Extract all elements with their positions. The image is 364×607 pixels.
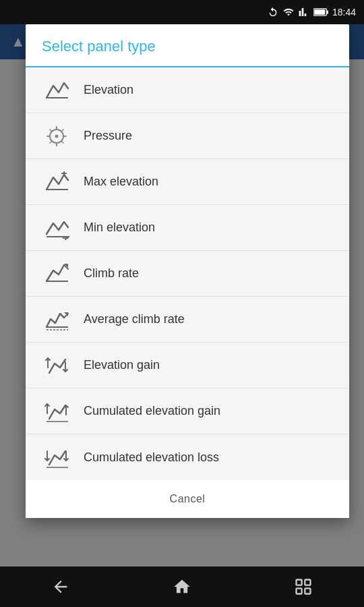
svg-rect-36 (297, 580, 302, 585)
list-item-climb-rate[interactable]: Climb rate (26, 251, 349, 297)
elevation-gain-icon (42, 351, 71, 380)
climb-rate-icon (42, 259, 71, 289)
svg-line-10 (50, 129, 52, 132)
list-item-elevation-label: Elevation (84, 83, 133, 97)
back-button[interactable] (40, 572, 81, 602)
svg-rect-38 (297, 588, 302, 594)
list-item-elevation[interactable]: Elevation (26, 67, 349, 113)
home-button[interactable] (162, 572, 202, 602)
list-item-min-elevation-label: Min elevation (84, 221, 155, 235)
dialog-list: Elevation Pressure (26, 67, 349, 480)
pressure-icon (42, 121, 71, 151)
cum-elevation-gain-icon (42, 397, 71, 426)
list-item-cum-elevation-loss[interactable]: Cumulated elevation loss (26, 434, 349, 480)
dialog: Select panel type Elevation (26, 24, 349, 518)
svg-line-12 (61, 129, 63, 132)
list-item-pressure[interactable]: Pressure (26, 113, 349, 159)
cancel-label: Cancel (170, 493, 206, 505)
avg-climb-rate-icon (42, 305, 71, 335)
list-item-min-elevation[interactable]: Min elevation (26, 205, 349, 251)
recents-icon (294, 577, 313, 596)
list-item-climb-rate-label: Climb rate (84, 266, 139, 281)
cum-elevation-loss-icon (42, 442, 71, 472)
svg-rect-39 (305, 588, 310, 594)
list-item-avg-climb-rate-label: Average climb rate (84, 312, 185, 326)
back-icon (51, 577, 70, 596)
elevation-icon (42, 76, 71, 105)
max-elevation-icon (42, 167, 71, 197)
dialog-title: Select panel type (26, 24, 349, 67)
svg-line-11 (61, 141, 63, 143)
list-item-max-elevation-label: Max elevation (84, 175, 158, 189)
svg-line-13 (50, 141, 52, 143)
status-bar: 18:44 (0, 0, 364, 24)
list-item-avg-climb-rate[interactable]: Average climb rate (26, 297, 349, 343)
recents-button[interactable] (283, 572, 324, 602)
svg-rect-2 (314, 9, 325, 15)
svg-point-5 (55, 134, 59, 138)
list-item-cum-elevation-gain[interactable]: Cumulated elevation gain (26, 388, 349, 434)
signal-icon (299, 7, 309, 18)
svg-rect-37 (305, 580, 310, 585)
min-elevation-icon (42, 213, 71, 243)
wifi-icon (282, 7, 295, 18)
list-item-cum-elevation-loss-label: Cumulated elevation loss (84, 451, 219, 465)
list-item-pressure-label: Pressure (84, 129, 132, 143)
status-icons: 18:44 (268, 7, 356, 18)
list-item-max-elevation[interactable]: Max elevation (26, 159, 349, 205)
list-item-elevation-gain[interactable]: Elevation gain (26, 343, 349, 388)
list-item-elevation-gain-label: Elevation gain (84, 358, 160, 372)
list-item-cum-elevation-gain-label: Cumulated elevation gain (84, 404, 220, 418)
svg-rect-1 (327, 10, 328, 13)
status-time: 18:44 (332, 7, 356, 18)
rotate-icon (268, 7, 278, 18)
battery-icon (313, 7, 328, 17)
cancel-button[interactable]: Cancel (26, 480, 349, 518)
nav-bar (0, 567, 364, 607)
home-icon (173, 577, 191, 596)
